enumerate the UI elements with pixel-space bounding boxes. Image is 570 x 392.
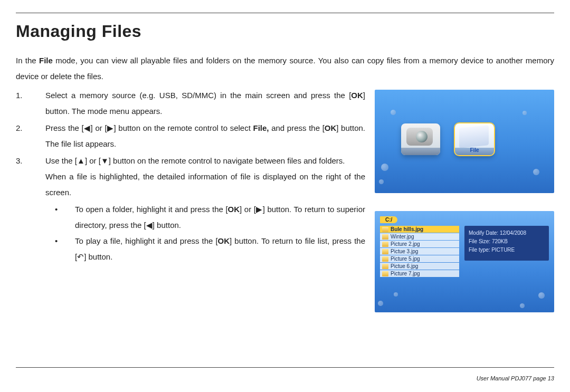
mode-card-file-label: File — [455, 147, 494, 153]
bubble-decoration — [379, 179, 384, 184]
file-item: Pictue 3.jpg — [380, 248, 459, 255]
bubble-decoration — [522, 111, 527, 115]
step-item: Use the [▲] or [▼] button on the remote … — [16, 153, 365, 265]
bubble-decoration — [538, 292, 545, 299]
step-extra: When a file is highlighted, the detailed… — [45, 169, 365, 200]
file-icon — [382, 234, 388, 240]
bottom-rule — [16, 367, 554, 368]
steps-list: Select a memory source (e.g. USB, SD/MMC… — [16, 88, 365, 265]
file-item: Picture 7.jpg — [380, 270, 459, 277]
file-name: Picture 2.jpg — [391, 241, 420, 247]
mode-card-photo — [401, 123, 440, 155]
file-item: Picture 5.jpg — [380, 255, 459, 262]
file-icon — [382, 256, 388, 262]
file-item: Winter.jpg — [380, 233, 459, 240]
bubble-decoration — [394, 292, 398, 297]
file-name: Winter.jpg — [391, 234, 414, 240]
file-item: Pictue 6.jpg — [380, 263, 459, 270]
file-icon — [382, 264, 388, 269]
file-name: Picture 7.jpg — [391, 271, 420, 276]
file-icon — [382, 271, 388, 276]
bubble-decoration — [391, 110, 396, 115]
sub-list: To open a folder, highlight it and press… — [45, 202, 365, 265]
info-file-type: File type: PICTURE — [469, 246, 545, 254]
bubble-decoration — [381, 164, 388, 171]
sub-item: To open a folder, highlight it and press… — [45, 202, 365, 233]
breadcrumb-path: C:/ — [380, 216, 397, 223]
mode-card-file-selected: File — [455, 123, 494, 155]
info-file-size: File Size: 720KB — [469, 237, 545, 246]
file-item: Bule hills.jpg — [380, 226, 459, 233]
file-info-panel: Modify Date: 12/04/2008 File Size: 720KB… — [464, 226, 549, 261]
sub-item: To play a file, highlight it and press t… — [45, 233, 365, 265]
file-name: Pictue 6.jpg — [391, 263, 418, 269]
info-modify-date: Modify Date: 12/04/2008 — [469, 229, 545, 237]
page-title: Managing Files — [16, 22, 554, 41]
folder-icon — [459, 125, 489, 148]
file-name: Bule hills.jpg — [391, 226, 423, 232]
file-icon — [382, 227, 388, 232]
file-item: Picture 2.jpg — [380, 241, 459, 247]
file-name: Pictue 3.jpg — [391, 248, 418, 254]
file-icon — [382, 242, 388, 247]
file-name: Picture 5.jpg — [391, 256, 420, 262]
card-tray — [401, 148, 440, 155]
bubble-decoration — [520, 303, 525, 308]
camera-lens-icon — [416, 131, 428, 142]
step-item: Press the [◀] or [▶] button on the remot… — [16, 120, 365, 152]
screenshot-mode-menu: File — [375, 90, 554, 193]
file-list: Bule hills.jpgWinter.jpgPicture 2.jpgPic… — [380, 226, 459, 277]
screenshot-file-list: C:/ Bule hills.jpgWinter.jpgPicture 2.jp… — [375, 211, 554, 312]
bubble-decoration — [533, 169, 539, 175]
file-icon — [382, 249, 388, 254]
intro-paragraph: In the File mode, you can view all playa… — [16, 53, 554, 84]
bubble-decoration — [378, 301, 383, 306]
footer-text: User Manual PDJ077 page 13 — [477, 375, 554, 381]
top-rule — [16, 13, 554, 13]
step-item: Select a memory source (e.g. USB, SD/MMC… — [16, 88, 365, 119]
